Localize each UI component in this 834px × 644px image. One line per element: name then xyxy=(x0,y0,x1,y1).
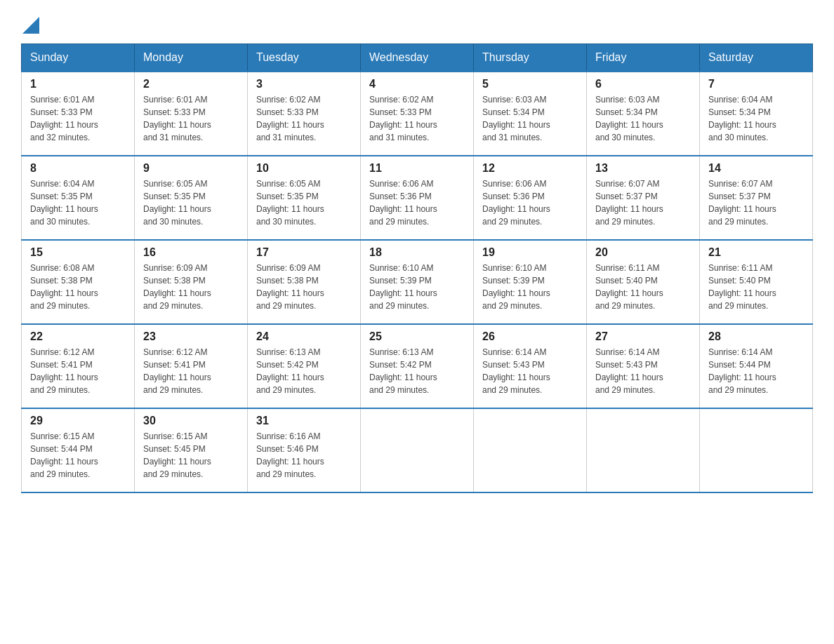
calendar-cell: 17Sunrise: 6:09 AMSunset: 5:38 PMDayligh… xyxy=(248,240,361,324)
day-info: Sunrise: 6:02 AMSunset: 5:33 PMDaylight:… xyxy=(369,93,465,144)
day-number: 18 xyxy=(369,246,465,259)
day-number: 16 xyxy=(143,246,239,259)
calendar-header-thursday: Thursday xyxy=(474,44,587,72)
day-number: 27 xyxy=(595,330,691,343)
day-number: 21 xyxy=(708,246,804,259)
day-info: Sunrise: 6:14 AMSunset: 5:43 PMDaylight:… xyxy=(595,346,691,396)
calendar-cell: 29Sunrise: 6:15 AMSunset: 5:44 PMDayligh… xyxy=(22,408,135,492)
day-number: 4 xyxy=(369,78,465,90)
day-number: 6 xyxy=(595,78,691,90)
day-number: 8 xyxy=(30,162,126,175)
calendar-cell: 6Sunrise: 6:03 AMSunset: 5:34 PMDaylight… xyxy=(587,72,700,156)
calendar-cell xyxy=(474,408,587,492)
day-number: 13 xyxy=(595,162,691,175)
calendar-header-wednesday: Wednesday xyxy=(361,44,474,72)
calendar-cell: 18Sunrise: 6:10 AMSunset: 5:39 PMDayligh… xyxy=(361,240,474,324)
calendar-cell: 24Sunrise: 6:13 AMSunset: 5:42 PMDayligh… xyxy=(248,324,361,408)
calendar-cell: 21Sunrise: 6:11 AMSunset: 5:40 PMDayligh… xyxy=(700,240,813,324)
calendar-header-saturday: Saturday xyxy=(700,44,813,72)
calendar-header-friday: Friday xyxy=(587,44,700,72)
calendar-cell: 9Sunrise: 6:05 AMSunset: 5:35 PMDaylight… xyxy=(135,156,248,240)
day-number: 14 xyxy=(708,162,804,175)
day-number: 2 xyxy=(143,78,239,90)
day-info: Sunrise: 6:06 AMSunset: 5:36 PMDaylight:… xyxy=(482,177,578,228)
calendar-week-row: 15Sunrise: 6:08 AMSunset: 5:38 PMDayligh… xyxy=(22,240,813,324)
calendar-cell: 3Sunrise: 6:02 AMSunset: 5:33 PMDaylight… xyxy=(248,72,361,156)
day-number: 22 xyxy=(30,330,126,343)
day-number: 19 xyxy=(482,246,578,259)
day-number: 5 xyxy=(482,78,578,90)
day-info: Sunrise: 6:05 AMSunset: 5:35 PMDaylight:… xyxy=(256,177,352,228)
calendar-cell: 26Sunrise: 6:14 AMSunset: 5:43 PMDayligh… xyxy=(474,324,587,408)
day-info: Sunrise: 6:12 AMSunset: 5:41 PMDaylight:… xyxy=(30,346,126,396)
day-number: 15 xyxy=(30,246,126,259)
day-number: 23 xyxy=(143,330,239,343)
day-info: Sunrise: 6:09 AMSunset: 5:38 PMDaylight:… xyxy=(256,262,352,312)
logo-triangle-icon xyxy=(22,14,39,36)
calendar-cell: 15Sunrise: 6:08 AMSunset: 5:38 PMDayligh… xyxy=(22,240,135,324)
day-number: 25 xyxy=(369,330,465,343)
day-info: Sunrise: 6:14 AMSunset: 5:43 PMDaylight:… xyxy=(482,346,578,396)
day-info: Sunrise: 6:01 AMSunset: 5:33 PMDaylight:… xyxy=(143,93,239,144)
calendar-cell: 23Sunrise: 6:12 AMSunset: 5:41 PMDayligh… xyxy=(135,324,248,408)
day-info: Sunrise: 6:04 AMSunset: 5:35 PMDaylight:… xyxy=(30,177,126,228)
day-number: 26 xyxy=(482,330,578,343)
calendar-cell: 7Sunrise: 6:04 AMSunset: 5:34 PMDaylight… xyxy=(700,72,813,156)
day-number: 24 xyxy=(256,330,352,343)
calendar-table: SundayMondayTuesdayWednesdayThursdayFrid… xyxy=(21,43,813,493)
calendar-cell: 25Sunrise: 6:13 AMSunset: 5:42 PMDayligh… xyxy=(361,324,474,408)
calendar-cell: 4Sunrise: 6:02 AMSunset: 5:33 PMDaylight… xyxy=(361,72,474,156)
calendar-cell: 1Sunrise: 6:01 AMSunset: 5:33 PMDaylight… xyxy=(22,72,135,156)
calendar-header-tuesday: Tuesday xyxy=(248,44,361,72)
day-info: Sunrise: 6:15 AMSunset: 5:45 PMDaylight:… xyxy=(143,430,239,481)
calendar-week-row: 8Sunrise: 6:04 AMSunset: 5:35 PMDaylight… xyxy=(22,156,813,240)
day-info: Sunrise: 6:04 AMSunset: 5:34 PMDaylight:… xyxy=(708,93,804,144)
calendar-week-row: 22Sunrise: 6:12 AMSunset: 5:41 PMDayligh… xyxy=(22,324,813,408)
calendar-cell: 28Sunrise: 6:14 AMSunset: 5:44 PMDayligh… xyxy=(700,324,813,408)
day-info: Sunrise: 6:07 AMSunset: 5:37 PMDaylight:… xyxy=(595,177,691,228)
calendar-week-row: 1Sunrise: 6:01 AMSunset: 5:33 PMDaylight… xyxy=(22,72,813,156)
day-info: Sunrise: 6:11 AMSunset: 5:40 PMDaylight:… xyxy=(595,262,691,312)
calendar-cell: 16Sunrise: 6:09 AMSunset: 5:38 PMDayligh… xyxy=(135,240,248,324)
day-info: Sunrise: 6:12 AMSunset: 5:41 PMDaylight:… xyxy=(143,346,239,396)
calendar-cell: 20Sunrise: 6:11 AMSunset: 5:40 PMDayligh… xyxy=(587,240,700,324)
day-number: 31 xyxy=(256,415,352,427)
calendar-header-sunday: Sunday xyxy=(22,44,135,72)
calendar-cell xyxy=(361,408,474,492)
calendar-cell: 12Sunrise: 6:06 AMSunset: 5:36 PMDayligh… xyxy=(474,156,587,240)
day-number: 20 xyxy=(595,246,691,259)
day-number: 12 xyxy=(482,162,578,175)
calendar-cell: 22Sunrise: 6:12 AMSunset: 5:41 PMDayligh… xyxy=(22,324,135,408)
day-info: Sunrise: 6:05 AMSunset: 5:35 PMDaylight:… xyxy=(143,177,239,228)
day-number: 17 xyxy=(256,246,352,259)
day-number: 3 xyxy=(256,78,352,90)
calendar-cell: 31Sunrise: 6:16 AMSunset: 5:46 PMDayligh… xyxy=(248,408,361,492)
day-info: Sunrise: 6:10 AMSunset: 5:39 PMDaylight:… xyxy=(482,262,578,312)
day-info: Sunrise: 6:14 AMSunset: 5:44 PMDaylight:… xyxy=(708,346,804,396)
day-number: 28 xyxy=(708,330,804,343)
day-info: Sunrise: 6:10 AMSunset: 5:39 PMDaylight:… xyxy=(369,262,465,312)
calendar-cell: 30Sunrise: 6:15 AMSunset: 5:45 PMDayligh… xyxy=(135,408,248,492)
day-info: Sunrise: 6:01 AMSunset: 5:33 PMDaylight:… xyxy=(30,93,126,144)
day-info: Sunrise: 6:16 AMSunset: 5:46 PMDaylight:… xyxy=(256,430,352,481)
day-info: Sunrise: 6:03 AMSunset: 5:34 PMDaylight:… xyxy=(595,93,691,144)
calendar-cell: 2Sunrise: 6:01 AMSunset: 5:33 PMDaylight… xyxy=(135,72,248,156)
calendar-header-monday: Monday xyxy=(135,44,248,72)
calendar-cell: 13Sunrise: 6:07 AMSunset: 5:37 PMDayligh… xyxy=(587,156,700,240)
day-info: Sunrise: 6:15 AMSunset: 5:44 PMDaylight:… xyxy=(30,430,126,481)
day-number: 7 xyxy=(708,78,804,90)
page-header xyxy=(21,14,813,36)
day-info: Sunrise: 6:08 AMSunset: 5:38 PMDaylight:… xyxy=(30,262,126,312)
day-info: Sunrise: 6:03 AMSunset: 5:34 PMDaylight:… xyxy=(482,93,578,144)
calendar-cell: 14Sunrise: 6:07 AMSunset: 5:37 PMDayligh… xyxy=(700,156,813,240)
logo xyxy=(21,14,41,36)
day-number: 30 xyxy=(143,415,239,427)
day-number: 11 xyxy=(369,162,465,175)
calendar-cell xyxy=(587,408,700,492)
day-number: 29 xyxy=(30,415,126,427)
calendar-cell xyxy=(700,408,813,492)
calendar-header-row: SundayMondayTuesdayWednesdayThursdayFrid… xyxy=(22,44,813,72)
day-info: Sunrise: 6:11 AMSunset: 5:40 PMDaylight:… xyxy=(708,262,804,312)
day-info: Sunrise: 6:07 AMSunset: 5:37 PMDaylight:… xyxy=(708,177,804,228)
day-number: 1 xyxy=(30,78,126,90)
